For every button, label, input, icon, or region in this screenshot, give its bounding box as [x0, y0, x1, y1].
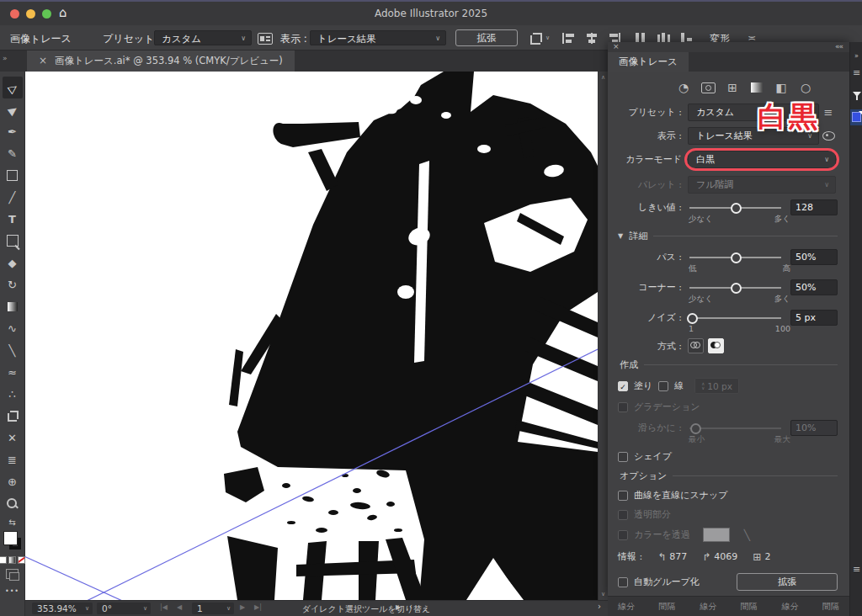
- zoom-level-dropdown[interactable]: 353.94%∨: [32, 603, 93, 614]
- align-left-icon[interactable]: [562, 33, 575, 44]
- fill-swatch[interactable]: [3, 531, 18, 545]
- method-abutting-button[interactable]: [688, 338, 704, 353]
- black-white-icon[interactable]: ◧: [773, 80, 790, 95]
- color-mode-dropdown[interactable]: 白黒 ∨: [688, 151, 836, 168]
- color-mode-row: [0, 556, 25, 564]
- noise-value[interactable]: 5 px: [790, 310, 838, 326]
- crop-image-icon[interactable]: [529, 33, 542, 44]
- auto-group-checkbox[interactable]: [618, 577, 628, 587]
- gradient-button[interactable]: [8, 556, 16, 564]
- paths-slider[interactable]: [688, 252, 783, 263]
- draw-mode-icon[interactable]: [6, 569, 19, 579]
- threshold-slider[interactable]: [688, 202, 783, 214]
- pen-tool[interactable]: ✒: [3, 120, 23, 142]
- selected-image-thumbnail[interactable]: [850, 109, 862, 125]
- direct-selection-tool[interactable]: ▶: [3, 98, 23, 120]
- rotation-dropdown[interactable]: 0°∨: [97, 603, 151, 614]
- dash-label: 線分: [781, 601, 798, 613]
- paths-value[interactable]: 50%: [790, 249, 838, 265]
- vertical-scrollbar[interactable]: ∧ ∨: [598, 72, 608, 600]
- chevron-down-icon[interactable]: ∨: [545, 35, 550, 41]
- next-artboard-icon[interactable]: ▶: [240, 603, 245, 611]
- view-dropdown[interactable]: トレース結果 ∨: [310, 30, 446, 45]
- none-button[interactable]: [18, 556, 25, 564]
- previous-artboard-icon[interactable]: ◀: [177, 603, 182, 611]
- artboard-number-dropdown[interactable]: 1∨: [192, 603, 234, 614]
- expand-button[interactable]: 拡張: [455, 29, 518, 46]
- dash-label: 線分: [700, 601, 716, 613]
- curvature-tool[interactable]: ✎: [3, 142, 23, 164]
- eyedropper-icon: ╲: [744, 529, 750, 541]
- first-artboard-icon[interactable]: |◀: [160, 603, 168, 611]
- trace-options-icon[interactable]: [258, 33, 273, 45]
- dash-label: 線分: [618, 601, 635, 613]
- advanced-section-header[interactable]: ▼ 詳細: [618, 230, 838, 242]
- strokes-checkbox[interactable]: [658, 381, 668, 391]
- scroll-up-icon[interactable]: ∧: [599, 74, 608, 81]
- selection-tool[interactable]: ▷: [3, 77, 23, 98]
- scroll-down-icon[interactable]: ∨: [599, 591, 608, 597]
- slice-tool[interactable]: ✕: [3, 427, 23, 449]
- threshold-label: しきい値 :: [618, 201, 688, 214]
- gradient-tool[interactable]: [3, 295, 23, 317]
- shape-checkbox[interactable]: [618, 452, 628, 462]
- zoom-tool[interactable]: [3, 492, 23, 514]
- document-title: 画像トレース.ai* @ 353.94 % (CMYK/プレビュー): [55, 55, 283, 66]
- artboard-tool[interactable]: [3, 405, 23, 427]
- collapse-panel-icon[interactable]: ««: [835, 42, 843, 50]
- width-tool[interactable]: ∿: [3, 317, 23, 339]
- threshold-value[interactable]: 128: [790, 199, 838, 215]
- warp-tool[interactable]: ≈: [3, 361, 23, 383]
- play-icon[interactable]: ▶: [396, 603, 401, 611]
- rotate-tool[interactable]: ↻: [3, 273, 23, 295]
- swap-fill-stroke-icon[interactable]: ⇆: [8, 518, 15, 529]
- color-button[interactable]: [0, 556, 7, 564]
- align-center-icon[interactable]: [585, 33, 598, 44]
- smooth-slider: [688, 422, 783, 434]
- fills-checkbox[interactable]: ✓: [618, 381, 628, 391]
- high-color-icon[interactable]: [700, 80, 716, 95]
- smooth-row: 滑らかに : 10%: [618, 420, 838, 436]
- eyedropper-tool[interactable]: ╲: [3, 339, 23, 361]
- more-tools-icon[interactable]: •••: [5, 587, 19, 595]
- expand-button[interactable]: 拡張: [737, 573, 838, 591]
- scale-tool[interactable]: [3, 230, 23, 252]
- preset-menu-icon[interactable]: ≡: [819, 106, 838, 119]
- last-artboard-icon[interactable]: ▶|: [254, 603, 262, 611]
- close-panel-icon[interactable]: ×: [613, 42, 620, 50]
- colors-count-icon: ⊞: [753, 551, 761, 563]
- filter-funnel-icon[interactable]: [850, 91, 862, 103]
- outline-icon[interactable]: ○: [797, 80, 814, 95]
- colors-count: 2: [764, 551, 770, 562]
- close-tab-icon[interactable]: ×: [39, 55, 47, 66]
- preview-eye-icon[interactable]: [819, 130, 838, 142]
- low-color-icon[interactable]: ⊞: [724, 80, 741, 95]
- noise-slider[interactable]: [688, 312, 783, 324]
- dock-menu-bottom-icon[interactable]: ≡: [850, 564, 862, 575]
- tab-image-trace[interactable]: 画像トレース: [608, 52, 689, 72]
- fill-stroke-swatches[interactable]: [3, 531, 23, 553]
- paintbrush-tool[interactable]: ╱: [3, 186, 23, 208]
- eraser-tool[interactable]: ◆: [3, 252, 23, 273]
- type-tool[interactable]: T: [3, 208, 23, 230]
- line-segment-tool[interactable]: ≣: [3, 449, 23, 470]
- artboard-canvas[interactable]: [25, 72, 598, 600]
- panel-expand-icon[interactable]: »: [3, 54, 8, 62]
- corners-slider[interactable]: [688, 282, 783, 294]
- rectangle-tool[interactable]: [3, 164, 23, 186]
- preset-label: プリセット :: [618, 106, 688, 119]
- angle-right-icon[interactable]: ›: [598, 602, 601, 611]
- dock-expand-icon[interactable]: »: [850, 52, 862, 60]
- auto-color-icon[interactable]: ◔: [675, 80, 692, 95]
- snap-checkbox[interactable]: [618, 491, 628, 501]
- grayscale-icon[interactable]: [748, 80, 765, 95]
- method-overlapping-button[interactable]: [708, 338, 724, 353]
- options-section-header: オプション: [620, 470, 838, 482]
- symbol-sprayer-tool[interactable]: ∴: [3, 383, 23, 405]
- angle-left-icon[interactable]: ‹: [409, 602, 412, 611]
- corners-value[interactable]: 50%: [790, 279, 838, 295]
- dock-menu-icon[interactable]: ≡: [850, 67, 862, 78]
- preset-dropdown[interactable]: カスタム ∨: [154, 30, 252, 45]
- document-tab[interactable]: ×画像トレース.ai* @ 353.94 % (CMYK/プレビュー): [27, 50, 295, 72]
- shape-builder-tool[interactable]: ⊕: [3, 470, 23, 492]
